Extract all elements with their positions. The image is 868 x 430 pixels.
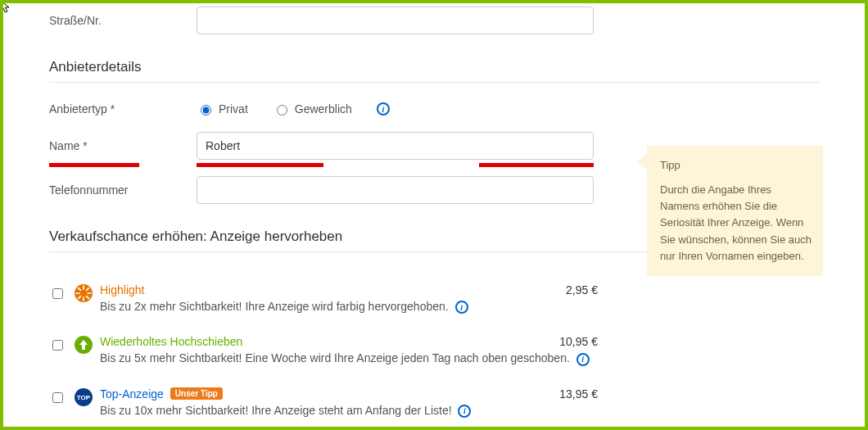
cursor-pointer (3, 3, 11, 15)
highlight-mark (479, 163, 594, 167)
top-icon: TOP (74, 387, 93, 407)
provider-heading: Anbieterdetails (49, 59, 819, 75)
info-icon[interactable]: i (377, 102, 390, 115)
promo-reboost-title: Wiederholtes Hochschieben (100, 335, 242, 348)
info-icon[interactable]: i (458, 405, 471, 418)
highlight-mark (49, 163, 139, 167)
promo-row-top: TOP Top-Anzeige Unser Tipp Bis zu 10x me… (49, 379, 819, 427)
divider (49, 82, 819, 83)
provider-type-commercial-radio[interactable] (277, 105, 287, 115)
promo-highlight-price: 2,95 € (566, 283, 598, 296)
tip-body: Durch die Angabe Ihres Namens erhöhen Si… (660, 182, 811, 265)
promo-reboost-checkbox[interactable] (52, 340, 63, 351)
phone-input[interactable] (197, 176, 594, 204)
promo-reboost-desc: Bis zu 5x mehr Sichtbarkeit! Eine Woche … (100, 351, 570, 364)
promo-highlight-title: Highlight (100, 283, 144, 296)
name-input[interactable] (197, 132, 594, 160)
provider-type-private-label: Privat (219, 102, 248, 115)
phone-label: Telefonnummer (49, 183, 197, 197)
promo-top-badge: Unser Tipp (170, 387, 223, 400)
provider-type-private[interactable]: Privat (197, 102, 248, 115)
street-label: Straße/Nr. (49, 14, 197, 27)
info-icon[interactable]: i (455, 301, 468, 314)
info-icon[interactable]: i (576, 353, 590, 366)
promo-highlight-checkbox[interactable] (52, 288, 63, 299)
name-label: Name * (49, 139, 197, 152)
tip-box: Tipp Durch die Angabe Ihres Namens erhöh… (647, 146, 823, 276)
provider-type-private-radio[interactable] (201, 105, 211, 115)
reboost-icon (74, 335, 93, 355)
promo-top-title: Top-Anzeige (100, 387, 164, 401)
promo-reboost-price: 10,95 € (559, 335, 598, 348)
provider-type-commercial[interactable]: Gewerblich (273, 102, 352, 115)
highlight-icon (74, 283, 93, 303)
promo-highlight-desc: Bis zu 2x mehr Sichtbarkeit! Ihre Anzeig… (100, 300, 449, 313)
street-input[interactable] (197, 7, 594, 34)
promo-top-price: 13,95 € (559, 387, 598, 401)
provider-type-label: Anbietertyp * (49, 102, 197, 115)
tip-title: Tipp (660, 157, 811, 174)
promo-top-desc: Bis zu 10x mehr Sichtbarkeit! Ihre Anzei… (100, 404, 452, 417)
svg-text:TOP: TOP (77, 394, 91, 401)
highlight-mark (197, 163, 323, 167)
promo-row-reboost: Wiederholtes Hochschieben Bis zu 5x mehr… (49, 327, 819, 378)
promo-row-highlight: Highlight Bis zu 2x mehr Sichtbarkeit! I… (49, 275, 819, 327)
provider-type-commercial-label: Gewerblich (295, 102, 352, 115)
promo-top-checkbox[interactable] (52, 392, 63, 403)
